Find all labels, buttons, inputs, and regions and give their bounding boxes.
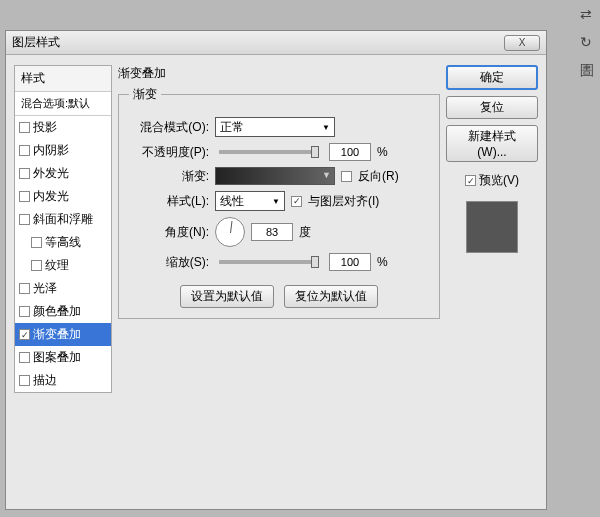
sidebar-item-2[interactable]: 外发光 bbox=[15, 162, 111, 185]
ok-button[interactable]: 确定 bbox=[446, 65, 538, 90]
style-item-label: 斜面和浮雕 bbox=[33, 211, 93, 228]
style-item-label: 图案叠加 bbox=[33, 349, 81, 366]
sidebar-item-4[interactable]: 斜面和浮雕 bbox=[15, 208, 111, 231]
new-style-button[interactable]: 新建样式(W)... bbox=[446, 125, 538, 162]
opacity-slider[interactable] bbox=[219, 150, 319, 154]
scale-label: 缩放(S): bbox=[129, 254, 209, 271]
sidebar-item-6[interactable]: 纹理 bbox=[15, 254, 111, 277]
gradient-fieldset: 渐变 混合模式(O): 正常 ▼ 不透明度(P): % 渐变: ▼ bbox=[118, 86, 440, 319]
style-checkbox[interactable] bbox=[31, 237, 42, 248]
reverse-label: 反向(R) bbox=[358, 168, 399, 185]
style-label: 样式(L): bbox=[129, 193, 209, 210]
gradient-label: 渐变: bbox=[129, 168, 209, 185]
chevron-down-icon: ▼ bbox=[322, 123, 330, 132]
styles-sidebar: 样式 混合选项:默认 投影内阴影外发光内发光斜面和浮雕等高线纹理光泽颜色叠加✓渐… bbox=[14, 65, 112, 393]
blend-mode-label: 混合模式(O): bbox=[129, 119, 209, 136]
sidebar-item-9[interactable]: ✓渐变叠加 bbox=[15, 323, 111, 346]
style-dropdown[interactable]: 线性 ▼ bbox=[215, 191, 285, 211]
group-title: 渐变叠加 bbox=[118, 65, 440, 82]
angle-suffix: 度 bbox=[299, 224, 311, 241]
angle-dial[interactable] bbox=[215, 217, 245, 247]
scale-slider[interactable] bbox=[219, 260, 319, 264]
gradient-swatch[interactable]: ▼ bbox=[215, 167, 335, 185]
style-item-label: 颜色叠加 bbox=[33, 303, 81, 320]
align-label: 与图层对齐(I) bbox=[308, 193, 379, 210]
style-item-label: 光泽 bbox=[33, 280, 57, 297]
cancel-button[interactable]: 复位 bbox=[446, 96, 538, 119]
fieldset-legend: 渐变 bbox=[129, 86, 161, 103]
style-item-label: 等高线 bbox=[45, 234, 81, 251]
sidebar-blend-options[interactable]: 混合选项:默认 bbox=[15, 92, 111, 116]
opacity-input[interactable] bbox=[329, 143, 371, 161]
sidebar-item-3[interactable]: 内发光 bbox=[15, 185, 111, 208]
right-panel: 确定 复位 新建样式(W)... ✓ 预览(V) bbox=[446, 65, 538, 393]
chevron-down-icon: ▼ bbox=[272, 197, 280, 206]
set-default-button[interactable]: 设置为默认值 bbox=[180, 285, 274, 308]
scale-suffix: % bbox=[377, 255, 388, 269]
style-checkbox[interactable] bbox=[19, 283, 30, 294]
style-item-label: 内阴影 bbox=[33, 142, 69, 159]
style-value: 线性 bbox=[220, 193, 244, 210]
titlebar: 图层样式 X bbox=[6, 31, 546, 55]
tool-icon-2[interactable]: ↻ bbox=[580, 34, 594, 50]
tool-icon-3[interactable]: 圕 bbox=[580, 62, 594, 80]
main-panel: 渐变叠加 渐变 混合模式(O): 正常 ▼ 不透明度(P): % bbox=[118, 65, 440, 393]
reverse-checkbox[interactable] bbox=[341, 171, 352, 182]
align-checkbox[interactable]: ✓ bbox=[291, 196, 302, 207]
style-checkbox[interactable] bbox=[19, 122, 30, 133]
window-title: 图层样式 bbox=[12, 34, 504, 51]
style-item-label: 纹理 bbox=[45, 257, 69, 274]
style-checkbox[interactable]: ✓ bbox=[19, 329, 30, 340]
style-checkbox[interactable] bbox=[19, 214, 30, 225]
style-item-label: 投影 bbox=[33, 119, 57, 136]
style-checkbox[interactable] bbox=[19, 375, 30, 386]
chevron-down-icon: ▼ bbox=[322, 170, 331, 180]
style-item-label: 内发光 bbox=[33, 188, 69, 205]
style-item-label: 外发光 bbox=[33, 165, 69, 182]
tool-icon-1[interactable]: ⇄ bbox=[580, 6, 594, 22]
angle-input[interactable] bbox=[251, 223, 293, 241]
layer-style-dialog: 图层样式 X 样式 混合选项:默认 投影内阴影外发光内发光斜面和浮雕等高线纹理光… bbox=[5, 30, 547, 510]
style-checkbox[interactable] bbox=[19, 168, 30, 179]
sidebar-header[interactable]: 样式 bbox=[15, 66, 111, 92]
style-item-label: 描边 bbox=[33, 372, 57, 389]
style-checkbox[interactable] bbox=[19, 191, 30, 202]
angle-label: 角度(N): bbox=[129, 224, 209, 241]
sidebar-item-8[interactable]: 颜色叠加 bbox=[15, 300, 111, 323]
reset-default-button[interactable]: 复位为默认值 bbox=[284, 285, 378, 308]
preview-label: 预览(V) bbox=[479, 172, 519, 189]
style-checkbox[interactable] bbox=[19, 145, 30, 156]
sidebar-item-10[interactable]: 图案叠加 bbox=[15, 346, 111, 369]
sidebar-item-5[interactable]: 等高线 bbox=[15, 231, 111, 254]
style-checkbox[interactable] bbox=[19, 306, 30, 317]
sidebar-item-1[interactable]: 内阴影 bbox=[15, 139, 111, 162]
sidebar-item-7[interactable]: 光泽 bbox=[15, 277, 111, 300]
scale-input[interactable] bbox=[329, 253, 371, 271]
style-checkbox[interactable] bbox=[31, 260, 42, 271]
style-checkbox[interactable] bbox=[19, 352, 30, 363]
sidebar-item-0[interactable]: 投影 bbox=[15, 116, 111, 139]
sidebar-item-11[interactable]: 描边 bbox=[15, 369, 111, 392]
toolbar-icons: ⇄ ↻ 圕 bbox=[580, 6, 594, 80]
close-button[interactable]: X bbox=[504, 35, 540, 51]
blend-mode-dropdown[interactable]: 正常 ▼ bbox=[215, 117, 335, 137]
preview-checkbox[interactable]: ✓ bbox=[465, 175, 476, 186]
opacity-suffix: % bbox=[377, 145, 388, 159]
blend-mode-value: 正常 bbox=[220, 119, 244, 136]
style-item-label: 渐变叠加 bbox=[33, 326, 81, 343]
preview-swatch bbox=[466, 201, 518, 253]
opacity-label: 不透明度(P): bbox=[129, 144, 209, 161]
